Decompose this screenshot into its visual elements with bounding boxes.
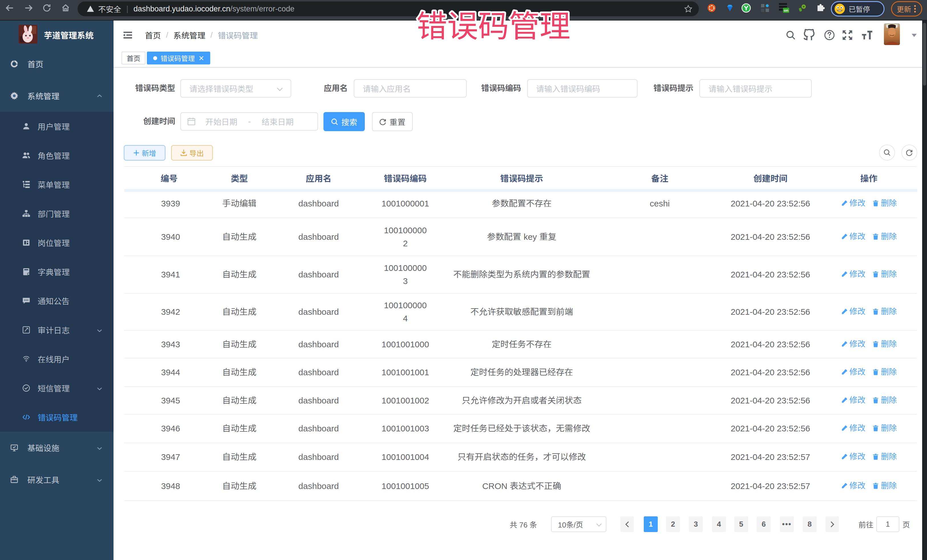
svg-text:错误码管理: 错误码管理 xyxy=(416,2,570,44)
svg-text:on: on xyxy=(784,8,789,12)
